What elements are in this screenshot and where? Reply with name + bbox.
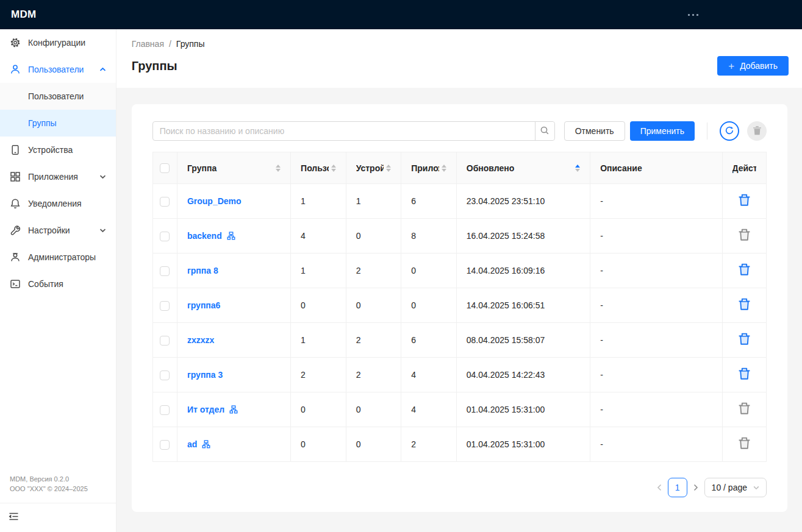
description-cell: - <box>590 184 722 219</box>
actions-cell <box>722 288 767 323</box>
sidebar-item-label: Настройки <box>28 225 70 235</box>
row-checkbox-cell <box>152 219 177 254</box>
select-all-checkbox[interactable] <box>160 163 170 173</box>
sidebar-item-label: Приложения <box>28 172 78 182</box>
updated-cell: 01.04.2025 15:31:00 <box>456 392 590 427</box>
delete-row-button[interactable] <box>738 228 751 244</box>
sidebar-collapse-button[interactable] <box>0 503 116 532</box>
delete-row-button[interactable] <box>738 436 751 452</box>
sidebar-item-configurations[interactable]: Конфигурации <box>0 29 116 56</box>
description-cell: - <box>590 392 722 427</box>
sidebar-item-applications[interactable]: Приложения <box>0 163 116 190</box>
row-checkbox[interactable] <box>160 336 170 346</box>
sidebar-subitem-groups[interactable]: Группы <box>0 110 116 137</box>
app-logo: MDM <box>11 9 37 21</box>
search-input[interactable] <box>153 122 535 140</box>
row-checkbox[interactable] <box>160 232 170 241</box>
row-checkbox[interactable] <box>160 405 170 415</box>
users-count-cell: 2 <box>291 358 346 392</box>
plus-icon: + <box>728 61 734 71</box>
trash-icon <box>738 402 751 417</box>
chevron-down-icon <box>99 174 106 179</box>
devices-count-cell: 2 <box>346 358 401 392</box>
delete-row-button[interactable] <box>738 263 751 278</box>
table-row: backend 4 0 8 16.04.2025 15:24:58 - <box>152 219 766 254</box>
apps-count-cell: 0 <box>401 254 457 288</box>
add-group-button[interactable]: + Добавить <box>717 56 789 76</box>
breadcrumb: Главная / Группы <box>132 39 789 49</box>
actions-cell <box>722 427 767 462</box>
delete-row-button[interactable] <box>738 332 751 348</box>
group-name-link[interactable]: группа6 <box>187 300 220 310</box>
sidebar: Конфигурации Пользователи Пользователи Г… <box>0 29 116 532</box>
row-checkbox-cell <box>152 184 177 219</box>
row-checkbox[interactable] <box>160 371 170 380</box>
description-cell: - <box>590 219 722 254</box>
group-name-link[interactable]: ad <box>187 439 197 449</box>
ldap-group-icon <box>227 232 235 240</box>
sidebar-item-devices[interactable]: Устройства <box>0 137 116 163</box>
delete-row-button[interactable] <box>738 367 751 383</box>
updated-cell: 04.04.2025 14:22:43 <box>456 358 590 392</box>
updated-cell: 14.04.2025 16:09:16 <box>456 254 590 288</box>
group-name-link[interactable]: backend <box>187 231 222 241</box>
sidebar-item-users-parent[interactable]: Пользователи <box>0 56 116 83</box>
sidebar-subitem-users[interactable]: Пользователи <box>0 83 116 110</box>
devices-count-cell: 0 <box>346 288 401 323</box>
sorter-icon <box>442 165 446 172</box>
devices-count-cell: 0 <box>346 427 401 462</box>
row-checkbox[interactable] <box>160 440 170 450</box>
group-name-link[interactable]: Ит отдел <box>187 405 224 414</box>
column-header-updated[interactable]: Обновлено <box>456 152 590 184</box>
column-header-apps[interactable]: Прилож <box>401 152 457 184</box>
sidebar-item-notifications[interactable]: Уведомления <box>0 190 116 217</box>
group-name-link[interactable]: группа 3 <box>187 370 223 380</box>
main-content: Главная / Группы Группы + Добавить <box>116 29 802 532</box>
delete-row-button[interactable] <box>738 193 751 209</box>
apps-count-cell: 2 <box>401 427 457 462</box>
table-row: ad 0 0 2 01.04.2025 15:31:00 - <box>152 427 766 462</box>
apply-button[interactable]: Применить <box>630 121 695 141</box>
description-cell: - <box>590 323 722 358</box>
column-header-users[interactable]: Пользо <box>291 152 346 184</box>
column-header-devices[interactable]: Устрой <box>346 152 401 184</box>
refresh-button[interactable] <box>720 121 739 141</box>
column-label: Прилож <box>411 163 439 173</box>
group-name-link[interactable]: грппа 8 <box>187 266 218 275</box>
search-button[interactable] <box>535 122 554 140</box>
delete-row-button[interactable] <box>738 297 751 313</box>
group-name-link[interactable]: Group_Demo <box>187 196 242 206</box>
sidebar-item-label: Уведомления <box>28 199 82 208</box>
header-overflow-icon[interactable] <box>688 14 698 16</box>
row-checkbox[interactable] <box>160 197 170 207</box>
bulk-delete-button[interactable] <box>747 121 767 141</box>
pagination-prev-button[interactable] <box>656 484 662 491</box>
group-name-cell: ad <box>177 427 290 462</box>
user-icon <box>10 64 21 75</box>
sidebar-item-settings[interactable]: Настройки <box>0 217 116 244</box>
column-header-group[interactable]: Группа <box>177 152 290 184</box>
breadcrumb-home-link[interactable]: Главная <box>132 39 164 49</box>
pagination-next-button[interactable] <box>693 484 699 491</box>
delete-row-button[interactable] <box>738 402 751 417</box>
updated-cell: 01.04.2025 15:31:00 <box>456 427 590 462</box>
select-all-header <box>152 152 177 184</box>
description-cell: - <box>590 427 722 462</box>
pagination-page-1[interactable]: 1 <box>668 478 687 497</box>
users-count-cell: 0 <box>291 288 346 323</box>
app-header: MDM <box>0 0 802 29</box>
row-checkbox[interactable] <box>160 301 170 311</box>
sidebar-item-administrators[interactable]: Администраторы <box>0 244 116 271</box>
group-name-cell: Ит отдел <box>177 392 290 427</box>
sidebar-item-events[interactable]: События <box>0 271 116 297</box>
row-checkbox[interactable] <box>160 266 170 276</box>
table-toolbar: Отменить Применить <box>152 121 767 141</box>
group-name-link[interactable]: zxzxzx <box>187 335 214 345</box>
cancel-button[interactable]: Отменить <box>564 121 625 141</box>
row-checkbox-cell <box>152 288 177 323</box>
sorter-icon <box>276 165 281 172</box>
column-header-actions: Действ <box>722 152 767 184</box>
page-size-select[interactable]: 10 / page <box>704 478 767 497</box>
trash-icon <box>738 193 751 209</box>
column-label: Действ <box>732 163 757 173</box>
